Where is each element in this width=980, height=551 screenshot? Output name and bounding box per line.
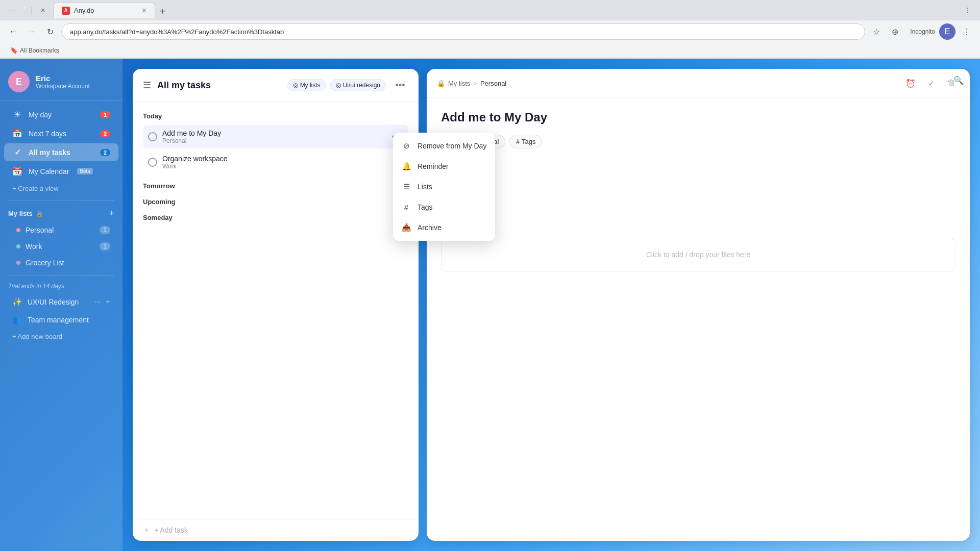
sidebar-item-my-day[interactable]: ☀ My day 1 — [4, 106, 118, 123]
task-checkbox-2[interactable] — [148, 158, 157, 167]
personal-label: Personal — [26, 226, 54, 234]
subtask-add[interactable]: + Add a subtask — [441, 197, 955, 211]
create-view[interactable]: + Create a view — [4, 182, 118, 195]
task-content-2: Organize workspace Work — [162, 155, 384, 170]
panel-header: ☰ All my tasks ◎ My lists ◎ Ui/ui redesi… — [133, 69, 419, 102]
bookmark-label: All Bookmarks — [20, 47, 59, 54]
extension-button[interactable]: ⊕ — [888, 24, 902, 39]
url-text: app.any.do/tasks/all?d=anydo%3A%2F%2Fany… — [70, 28, 284, 36]
profile-button[interactable]: E — [939, 23, 955, 40]
sidebar-item-next-7-days[interactable]: 📅 Next 7 days 2 — [4, 124, 118, 142]
detail-tag-tags[interactable]: # Tags — [509, 135, 542, 148]
add-board[interactable]: + Add new board — [4, 330, 118, 343]
maximize-button[interactable]: ⬜ — [21, 4, 34, 16]
calendar-icon: 📆 — [12, 166, 22, 176]
breadcrumb-lock-icon: 🔒 — [437, 80, 445, 87]
board-item-ux-ui[interactable]: ✨ UX/UI Redesign ⋯ + — [4, 293, 118, 310]
ctx-lists-label: Lists — [418, 183, 432, 191]
back-button[interactable]: ← — [6, 24, 20, 39]
ctx-reminder[interactable]: 🔔 Reminder — [393, 156, 495, 177]
filter-my-lists-label: My lists — [300, 82, 321, 89]
list-item-personal[interactable]: Personal 1 — [4, 222, 118, 238]
my-day-badge: 1 — [100, 111, 110, 118]
detail-suggest-row: ✨ Suggest — [441, 175, 955, 190]
add-task-bar[interactable]: ＋ + Add task — [133, 519, 419, 541]
breadcrumb: 🔒 My lists > Personal — [437, 80, 506, 87]
attachments-drop-text: Click to add / drop your files here — [646, 251, 751, 259]
board-item-team[interactable]: 👥 Team management — [4, 311, 118, 328]
topbar-right: ↺ ⊞ 🔍 — [902, 71, 968, 89]
task-checkbox-1[interactable] — [148, 132, 157, 141]
task-panel: ☰ All my tasks ◎ My lists ◎ Ui/ui redesi… — [133, 69, 419, 541]
user-workspace: Workspace Account — [36, 83, 90, 90]
list-item-grocery[interactable]: Grocery List — [4, 255, 118, 270]
tags-icon: # — [401, 202, 411, 212]
add-board-label: + Add new board — [12, 333, 62, 340]
detail-reminder-row: Remind me — [441, 156, 955, 168]
trial-notice: Trial ends in 14 days — [0, 280, 122, 293]
attachments-section: ATTACHMENTS Click to add / drop your fil… — [441, 226, 955, 271]
sidebar-divider-2 — [8, 275, 114, 276]
new-tab-button[interactable]: + — [155, 4, 169, 18]
beta-badge: Beta — [77, 168, 93, 174]
ctx-tags-label: Tags — [418, 203, 433, 211]
address-bar[interactable]: app.any.do/tasks/all?d=anydo%3A%2F%2Fany… — [61, 23, 865, 40]
board-more-icon: ⋯ — [94, 298, 101, 306]
work-label: Work — [26, 242, 42, 251]
forward-button[interactable]: → — [24, 24, 39, 39]
section-title-tomorrow: Tomorrow — [143, 182, 408, 190]
bookmark-star-button[interactable]: ☆ — [869, 24, 884, 39]
sidebar-item-all-my-tasks[interactable]: ✓ All my tasks 2 — [4, 143, 118, 161]
ctx-remove-day[interactable]: ⊘ Remove from My Day — [393, 136, 495, 156]
refresh-button[interactable]: ↻ — [43, 24, 57, 39]
ctx-tags[interactable]: # Tags — [393, 197, 495, 217]
layout-button[interactable]: ⊞ — [926, 71, 944, 89]
task-row-organize[interactable]: Organize workspace Work ⋮ — [143, 151, 408, 174]
ctx-reminder-label: Reminder — [418, 162, 449, 170]
task-content-1: Add me to My Day Personal — [162, 129, 384, 144]
work-count: 1 — [100, 242, 110, 251]
ctx-lists[interactable]: ☰ Lists — [393, 177, 495, 197]
all-tasks-icon: ✓ — [12, 147, 22, 157]
add-list-button[interactable]: + — [109, 208, 114, 219]
sidebar-item-my-calendar[interactable]: 📆 My Calendar Beta — [4, 162, 118, 180]
filter-ui-redesign[interactable]: ◎ Ui/ui redesign — [330, 79, 386, 91]
browser-menu-button[interactable]: ⋮ — [962, 4, 974, 16]
archive-icon: 📥 — [401, 222, 411, 233]
bookmark-all-bookmarks[interactable]: 🔖 All Bookmarks — [6, 46, 63, 55]
detail-panel: 🔒 My lists > Personal ⏰ ✓ 🗑 Add me to My… — [427, 69, 970, 541]
personal-dot — [16, 228, 20, 232]
user-name: Eric — [36, 74, 90, 83]
filter-ui-label: Ui/ui redesign — [343, 82, 380, 89]
section-title-upcoming: Upcoming — [143, 198, 408, 206]
add-board-inline-button[interactable]: + — [106, 297, 110, 307]
user-info: Eric Workspace Account — [36, 74, 90, 90]
ctx-archive[interactable]: 📥 Archive — [393, 217, 495, 238]
next-7-badge: 2 — [100, 130, 110, 137]
task-meta-2: Work — [162, 163, 384, 170]
sidebar: E Eric Workspace Account ☀ My day 1 📅 Ne… — [0, 59, 122, 551]
remove-day-icon: ⊘ — [401, 141, 411, 151]
active-tab[interactable]: A Any.do × — [53, 2, 155, 18]
task-name-1: Add me to My Day — [162, 129, 384, 137]
lists-lock-icon: 🔒 — [36, 210, 43, 217]
attachments-drop-zone[interactable]: Click to add / drop your files here — [441, 238, 955, 271]
minimize-button[interactable]: — — [6, 4, 18, 16]
search-button[interactable]: 🔍 — [949, 71, 968, 89]
close-button[interactable]: × — [37, 4, 49, 16]
grocery-label: Grocery List — [26, 259, 64, 267]
filter-my-lists[interactable]: ◎ My lists — [287, 79, 326, 91]
tab-close-icon[interactable]: × — [142, 6, 146, 15]
browser-settings-button[interactable]: ⋮ — [960, 24, 974, 39]
refresh-button[interactable]: ↺ — [902, 71, 921, 89]
user-profile[interactable]: E Eric Workspace Account — [0, 67, 122, 101]
panel-header-icon: ☰ — [143, 80, 151, 91]
attachments-title: ATTACHMENTS — [441, 226, 955, 232]
bookmark-icon: 🔖 — [10, 47, 18, 54]
list-item-work[interactable]: Work 1 — [4, 239, 118, 254]
filter-ui-icon: ◎ — [336, 82, 341, 89]
task-list-body: Today Add me to My Day Personal ••• Orga… — [133, 102, 419, 519]
panel-more-button[interactable]: ••• — [392, 77, 408, 93]
address-bar-row: ← → ↻ app.any.do/tasks/all?d=anydo%3A%2F… — [0, 20, 980, 43]
task-row-add-me[interactable]: Add me to My Day Personal ••• — [143, 125, 408, 148]
